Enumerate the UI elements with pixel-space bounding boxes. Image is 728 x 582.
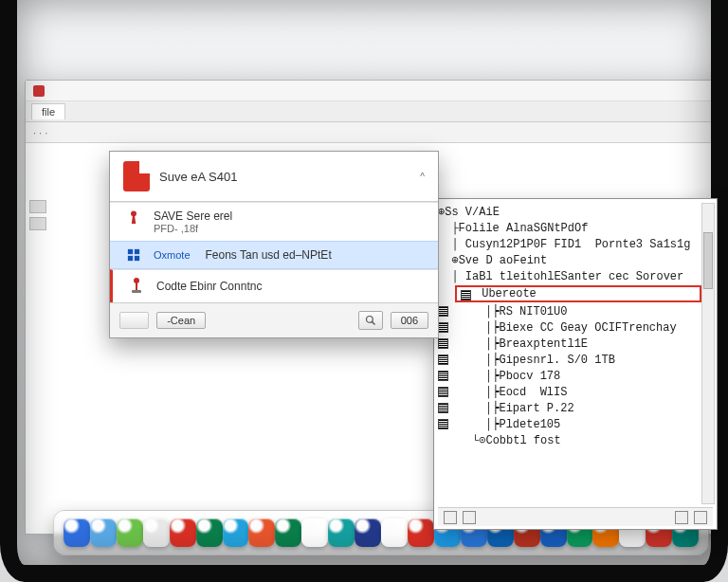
tree-node-label: │┝Pldete105 [451,418,560,431]
tree-node[interactable]: ⊕Ss V/AiE [438,205,713,221]
tree-node-label: │┝Biexe CC Geay OCIFTrenchay [451,321,677,335]
search-icon-button[interactable] [358,311,383,330]
svg-line-8 [372,322,374,325]
status-icon[interactable] [694,511,707,524]
status-icon[interactable] [675,511,688,524]
status-icon[interactable] [444,511,457,524]
dock-app-icon[interactable] [408,518,434,547]
tree-node[interactable]: │┝Pbocv 178 [438,369,713,385]
selected-option-label: Feons Tan usd ed–NPtEt [206,248,332,262]
svg-rect-0 [128,249,133,254]
app-toolbar: · · · [26,122,728,143]
tree-node-label: │┝Breaxptentl1E [451,337,588,351]
save-option-row[interactable]: Codte Ebinr Conntnc [110,269,438,302]
tree-node[interactable]: │ Cusyn12P1P0F FID1 Pornte3 Sa1s1g [438,237,713,253]
tree-node[interactable]: │┝Gipesnrl. S/0 1TB [438,353,713,369]
save-dialog-footer: -Cean 006 [110,302,438,337]
save-option-row[interactable]: SAVE Sere erel PFD- ,18f [110,202,438,241]
svg-rect-3 [135,256,139,261]
node-icon [438,338,448,349]
tree-node-label: │┝Eocd WlIS [451,386,567,399]
tree-panel-statusbar [438,507,713,526]
dock-app-icon[interactable] [196,518,223,547]
save-option-sublabel: PFD- ,18f [154,223,232,234]
svg-rect-1 [135,249,139,254]
mini-sidebar-item[interactable] [29,200,46,213]
dock-app-icon[interactable] [355,518,381,547]
save-option-label: Codte Ebinr Conntnc [156,280,262,293]
node-icon [438,403,448,413]
tree-node[interactable]: │┝Eipart P.22 [438,401,713,417]
dock-app-icon[interactable] [328,518,355,547]
dock-app-icon[interactable] [301,518,328,547]
scrollbar-thumb[interactable] [703,232,713,289]
tab-file[interactable]: file [31,103,65,119]
node-icon [438,322,448,333]
tree-node[interactable]: ⊕Sve D aoFeint [438,253,713,269]
grid-icon [123,248,144,262]
app-tabbar: file [26,101,728,122]
svg-point-7 [366,317,373,323]
tree-node-label: │┝Gipesnrl. S/0 1TB [451,354,615,367]
app-logo-icon [33,85,45,97]
tree-node-label: │┝Pbocv 178 [451,370,560,383]
tree-node[interactable]: │┝Pldete105 [438,417,713,433]
dock-app-icon[interactable] [275,518,301,547]
tree-node[interactable]: │┝Eocd WlIS [438,385,713,401]
app-body: Suve eA S401 ^ SAVE Sere erel PFD- ,18f … [26,143,728,534]
dock-app-icon[interactable] [90,518,117,547]
dock-app-icon[interactable] [117,518,143,547]
mini-sidebar [29,200,48,230]
dock-app-icon[interactable] [223,518,249,547]
node-icon [438,419,448,429]
node-icon [438,371,448,381]
tree-node-label: Ubereote [482,287,537,300]
node-icon [438,355,448,365]
joystick-icon [126,277,147,296]
collapse-caret-icon[interactable]: ^ [420,172,425,182]
status-icon[interactable] [463,511,476,524]
app-titlebar[interactable] [26,81,728,101]
pdf-logo-icon [123,161,150,191]
tree-node[interactable]: │ IaBl tleitohlESanter cec Sorover [438,269,713,285]
mini-sidebar-item[interactable] [29,217,46,230]
save-option-label: SAVE Sere erel [154,209,232,223]
scrollbar[interactable] [701,203,715,504]
tree-node-label: │┝Eipart P.22 [451,402,574,415]
selected-prefix: Oxmote [154,249,196,261]
dock-app-icon[interactable] [143,518,170,547]
tree-node[interactable]: │┝RS NIT01U0 [438,304,713,320]
cancel-button[interactable]: -Cean [156,312,206,329]
dock-app-icon[interactable] [64,518,90,547]
tree-node[interactable]: │┝Breaxptentl1E [438,336,713,353]
save-dialog-title: Suve eA S401 [159,170,237,184]
node-icon [461,290,471,300]
tree-node[interactable]: │┝Biexe CC Geay OCIFTrenchay [438,320,713,336]
svg-rect-2 [128,256,133,261]
node-icon [438,387,448,397]
save-option-row-selected[interactable]: Oxmote Feons Tan usd ed–NPtEt [110,241,438,269]
dock-app-icon[interactable] [381,518,408,547]
tag-icon [123,209,144,227]
tree-panel: ⊕Ss V/AiE ├Folile AlnaSGNtPdOf │ Cusyn12… [433,198,718,530]
dock-app-icon[interactable] [248,518,275,547]
svg-rect-6 [132,290,141,293]
ok-button[interactable]: 006 [391,312,428,329]
save-dialog: Suve eA S401 ^ SAVE Sere erel PFD- ,18f … [109,151,439,338]
tree-node-highlighted[interactable]: Ubereote [455,285,701,302]
app-window: file · · · Suve eA S401 ^ SAVE Sere erel… [25,80,728,535]
dock-app-icon[interactable] [170,518,196,547]
tree-node-label: │┝RS NIT01U0 [451,305,567,318]
tree-node[interactable]: ├Folile AlnaSGNtPdOf [438,221,713,237]
node-icon [438,306,448,317]
toolbar-overflow-icon[interactable]: · · · [33,127,47,138]
svg-rect-5 [136,282,137,290]
footer-button-disabled [119,312,149,329]
tree-node[interactable]: └⊙Cobbtl fost [438,433,713,449]
save-dialog-header[interactable]: Suve eA S401 ^ [110,152,438,202]
